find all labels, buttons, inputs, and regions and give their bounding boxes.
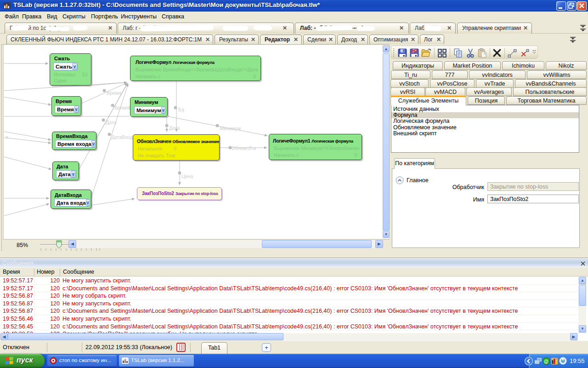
svg-text:@: @ xyxy=(544,359,548,364)
svg-text:Цена: Цена xyxy=(181,173,193,179)
svg-text:Минимум: Минимум xyxy=(220,126,241,131)
svg-text:Дата: Дата xyxy=(106,120,116,125)
svg-text:ОбновлЗ-а: ОбновлЗ-а xyxy=(232,145,256,151)
svg-text:Дата: Дата xyxy=(169,125,180,131)
svg-text:я: я xyxy=(6,134,8,140)
svg-text:Eq: Eq xyxy=(178,107,184,112)
svg-text:ВремяВ: ВремяВ xyxy=(114,105,132,110)
svg-text:Время: Время xyxy=(107,90,121,96)
svg-text:ДатаВход: ДатаВход xyxy=(111,134,133,140)
